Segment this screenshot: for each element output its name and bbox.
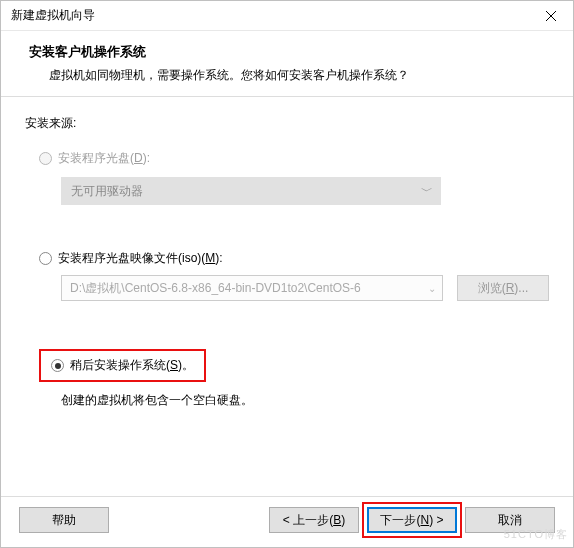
radio-disc[interactable]: 安装程序光盘(D): [39,150,549,167]
page-subtitle: 虚拟机如同物理机，需要操作系统。您将如何安装客户机操作系统？ [29,67,573,84]
close-button[interactable] [528,1,573,31]
source-label: 安装来源: [25,115,549,132]
option-later-note: 创建的虚拟机将包含一个空白硬盘。 [61,392,549,409]
iso-row: D:\虚拟机\CentOS-6.8-x86_64-bin-DVD1to2\Cen… [61,275,549,301]
wizard-dialog: 新建虚拟机向导 安装客户机操作系统 虚拟机如同物理机，需要操作系统。您将如何安装… [0,0,574,548]
radio-disc-label: 安装程序光盘(D): [58,150,150,167]
radio-iso[interactable]: 安装程序光盘映像文件(iso)(M): [39,250,549,267]
option-disc: 安装程序光盘(D): 无可用驱动器 ﹀ [39,150,549,205]
close-icon [546,11,556,21]
radio-later[interactable]: 稍后安装操作系统(S)。 [51,357,194,374]
chevron-down-icon: ⌄ [428,283,436,294]
titlebar: 新建虚拟机向导 [1,1,573,31]
header: 安装客户机操作系统 虚拟机如同物理机，需要操作系统。您将如何安装客户机操作系统？ [1,31,573,97]
iso-path-text: D:\虚拟机\CentOS-6.8-x86_64-bin-DVD1to2\Cen… [70,280,361,297]
footer: 帮助 < 上一步(B) 下一步(N) > 取消 [1,496,573,547]
back-button[interactable]: < 上一步(B) [269,507,359,533]
radio-icon [39,152,52,165]
option-iso: 安装程序光盘映像文件(iso)(M): D:\虚拟机\CentOS-6.8-x8… [39,250,549,301]
browse-button[interactable]: 浏览(R)... [457,275,549,301]
radio-group: 安装程序光盘(D): 无可用驱动器 ﹀ 安装程序光盘映像文件(iso)(M): … [39,150,549,409]
content-area: 安装来源: 安装程序光盘(D): 无可用驱动器 ﹀ 安装程序光盘映像文件(iso… [1,97,573,496]
window-title: 新建虚拟机向导 [11,7,528,24]
radio-icon [51,359,64,372]
chevron-down-icon: ﹀ [421,183,433,200]
iso-path-combo[interactable]: D:\虚拟机\CentOS-6.8-x86_64-bin-DVD1to2\Cen… [61,275,443,301]
radio-later-label: 稍后安装操作系统(S)。 [70,357,194,374]
help-button[interactable]: 帮助 [19,507,109,533]
cancel-button[interactable]: 取消 [465,507,555,533]
next-button[interactable]: 下一步(N) > [367,507,457,533]
option-later-wrap: 稍后安装操作系统(S)。 创建的虚拟机将包含一个空白硬盘。 [39,349,549,409]
page-title: 安装客户机操作系统 [29,43,573,61]
radio-iso-label: 安装程序光盘映像文件(iso)(M): [58,250,223,267]
disc-dropdown[interactable]: 无可用驱动器 ﹀ [61,177,441,205]
disc-dropdown-text: 无可用驱动器 [71,183,143,200]
radio-icon [39,252,52,265]
option-later-highlight: 稍后安装操作系统(S)。 [39,349,206,382]
